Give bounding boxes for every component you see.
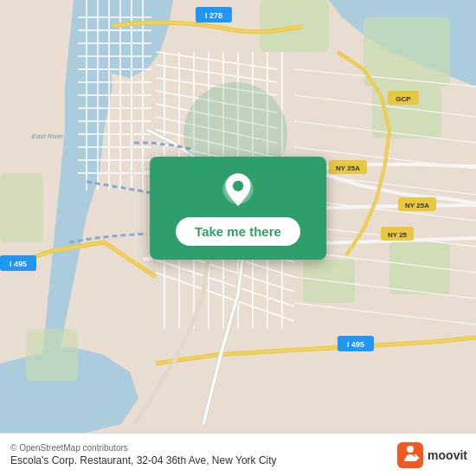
city-text: City xyxy=(259,454,277,466)
location-address: Escola's Corp. Restaurant, 32-04 36th Av… xyxy=(10,454,256,466)
svg-text:I 495: I 495 xyxy=(10,260,27,268)
footer: © OpenStreetMap contributors Escola's Co… xyxy=(0,433,476,476)
svg-text:NY 25A: NY 25A xyxy=(405,202,429,209)
map-attribution: © OpenStreetMap contributors xyxy=(10,443,397,453)
footer-address: © OpenStreetMap contributors Escola's Co… xyxy=(10,443,397,466)
svg-rect-6 xyxy=(0,173,43,242)
svg-text:East River: East River xyxy=(32,132,64,140)
svg-rect-2 xyxy=(363,17,450,87)
take-me-there-button[interactable]: Take me there xyxy=(176,217,300,246)
svg-text:NY 25: NY 25 xyxy=(388,231,408,239)
svg-text:I 278: I 278 xyxy=(205,11,222,20)
svg-text:GCP: GCP xyxy=(396,95,411,103)
moovit-icon xyxy=(397,442,423,468)
map-container: I 278 NY 25 NY 25 NY 25 NY 25A NY 25A GC… xyxy=(0,0,476,433)
svg-text:NY 25A: NY 25A xyxy=(336,164,360,172)
location-pin-icon xyxy=(219,172,257,210)
svg-point-86 xyxy=(233,181,243,191)
moovit-text: moovit xyxy=(428,448,467,462)
svg-rect-7 xyxy=(26,329,78,381)
svg-point-88 xyxy=(407,446,414,453)
overlay-card: Take me there xyxy=(150,157,326,260)
moovit-logo: moovit xyxy=(397,442,467,468)
svg-text:I 495: I 495 xyxy=(347,340,364,349)
